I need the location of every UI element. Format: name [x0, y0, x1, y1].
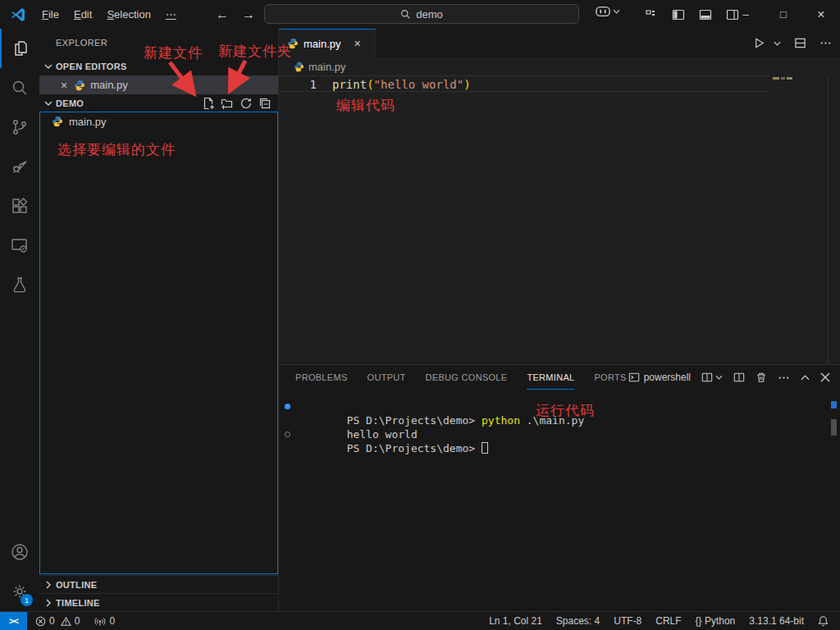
- forward-arrow-icon[interactable]: →: [242, 7, 255, 22]
- chevron-down-icon: [613, 9, 620, 14]
- menu-file[interactable]: File: [34, 6, 66, 23]
- run-button-icon[interactable]: [753, 37, 765, 49]
- search-magnifier-icon: [10, 78, 30, 98]
- close-editor-icon[interactable]: ×: [61, 79, 67, 92]
- timeline-label: TIMELINE: [56, 598, 100, 608]
- tab-problems[interactable]: PROBLEMS: [295, 366, 348, 390]
- activity-search[interactable]: [0, 68, 39, 107]
- tab-debug-console[interactable]: DEBUG CONSOLE: [426, 366, 508, 390]
- indentation[interactable]: Spaces: 4: [556, 615, 600, 627]
- python-interpreter[interactable]: 3.13.1 64-bit: [749, 615, 804, 627]
- terminal-scrollbar[interactable]: [831, 419, 837, 436]
- tab-terminal[interactable]: TERMINAL: [527, 366, 574, 390]
- history-navigation: ← →: [216, 0, 255, 29]
- editor-actions: [753, 29, 832, 57]
- maximize-button[interactable]: □: [765, 0, 802, 29]
- activity-explorer[interactable]: [0, 29, 39, 68]
- code-token-close-paren: ): [463, 78, 470, 91]
- activity-bar: 1: [0, 29, 39, 611]
- problems-status[interactable]: 0 0: [35, 615, 80, 627]
- run-debug-icon: [10, 157, 30, 176]
- activity-source-control[interactable]: [0, 107, 39, 147]
- bell-icon[interactable]: [818, 615, 829, 627]
- code-editor[interactable]: 1print("hello world"): [279, 75, 840, 364]
- command-decoration-icon[interactable]: [285, 404, 290, 409]
- tab-ports[interactable]: PORTS: [594, 366, 626, 390]
- python-icon: [74, 80, 85, 91]
- encoding[interactable]: UTF-8: [614, 615, 641, 627]
- shell-label: powershell: [644, 372, 691, 383]
- split-editor-icon[interactable]: [794, 37, 806, 49]
- menu-edit[interactable]: Edit: [66, 6, 99, 23]
- terminal-instance-tab[interactable]: powershell: [628, 372, 691, 383]
- remote-indicator[interactable]: ><: [0, 612, 27, 630]
- split-terminal-icon[interactable]: [733, 372, 745, 383]
- breadcrumb-file[interactable]: main.py: [308, 61, 346, 73]
- editor-tab-bar: main.py ×: [279, 29, 840, 57]
- tree-item-main-py[interactable]: main.py: [40, 112, 277, 130]
- outline-section-header[interactable]: OUTLINE: [39, 575, 278, 593]
- customize-layout-icon[interactable]: [645, 8, 658, 21]
- window-controls: – □ ×: [727, 0, 840, 29]
- new-folder-icon[interactable]: [221, 97, 234, 110]
- settings-button[interactable]: 1: [0, 572, 39, 611]
- settings-badge: 1: [21, 594, 33, 606]
- minimize-button[interactable]: –: [727, 0, 765, 29]
- more-actions-icon[interactable]: [819, 37, 832, 49]
- chevron-down-icon: [44, 99, 52, 107]
- trash-icon[interactable]: [756, 372, 767, 383]
- open-editor-item-main-py[interactable]: × main.py: [39, 75, 278, 94]
- cursor-position[interactable]: Ln 1, Col 21: [489, 615, 542, 627]
- activity-testing[interactable]: [0, 265, 39, 304]
- copilot-button[interactable]: [596, 6, 620, 17]
- source-control-icon: [10, 117, 30, 137]
- terminal-output[interactable]: PS D:\Projects\demo> python .\main.py he…: [279, 399, 840, 441]
- ports-status[interactable]: 0: [94, 615, 115, 627]
- extensions-icon: [10, 196, 30, 216]
- search-text: demo: [416, 8, 443, 21]
- activity-remote-explorer[interactable]: [0, 226, 39, 265]
- menu-selection[interactable]: Selection: [99, 6, 158, 23]
- layout-controls: [645, 0, 739, 29]
- new-file-icon[interactable]: [202, 97, 215, 110]
- run-dropdown-chevron-icon[interactable]: [774, 41, 781, 46]
- warning-count: 0: [75, 615, 80, 627]
- tab-main-py[interactable]: main.py ×: [279, 29, 376, 57]
- minimap[interactable]: [773, 77, 792, 80]
- open-editors-header[interactable]: OPEN EDITORS: [39, 57, 278, 75]
- chevron-down-icon: [44, 62, 52, 71]
- toggle-panel-icon[interactable]: [699, 8, 712, 21]
- close-tab-icon[interactable]: ×: [354, 37, 361, 50]
- breadcrumb[interactable]: main.py: [279, 57, 840, 75]
- python-icon: [52, 116, 63, 127]
- folder-section-header[interactable]: DEMO: [39, 94, 278, 112]
- menu-more[interactable]: ⋯: [158, 6, 184, 23]
- language-mode[interactable]: {} Python: [696, 615, 736, 627]
- outline-label: OUTLINE: [56, 580, 97, 590]
- refresh-icon[interactable]: [240, 97, 253, 110]
- collapse-all-icon[interactable]: [258, 97, 272, 110]
- terminal-line-output: hello world: [279, 413, 840, 427]
- error-icon: [35, 616, 46, 627]
- tab-output[interactable]: OUTPUT: [368, 366, 406, 390]
- close-window-button[interactable]: ×: [802, 0, 840, 29]
- chevron-right-icon: [44, 581, 52, 589]
- timeline-section-header[interactable]: TIMELINE: [39, 593, 278, 611]
- explorer-sidebar: EXPLORER OPEN EDITORS × main.py DEMO: [39, 29, 279, 611]
- eol-sequence[interactable]: CRLF: [655, 615, 681, 627]
- close-panel-icon[interactable]: [820, 372, 830, 382]
- launch-profile-button[interactable]: [701, 372, 723, 383]
- ports-count: 0: [109, 615, 115, 627]
- command-center-search[interactable]: demo: [264, 4, 579, 24]
- more-actions-icon[interactable]: [778, 372, 790, 384]
- terminal-overview-mark: [831, 401, 837, 409]
- activity-run-debug[interactable]: [0, 147, 39, 186]
- back-arrow-icon[interactable]: ←: [216, 7, 229, 22]
- file-tree: main.py: [39, 112, 278, 574]
- status-bar: >< 0 0 0 Ln 1, Col 21 Spaces: 4 UT: [0, 611, 840, 630]
- activity-extensions[interactable]: [0, 186, 39, 226]
- accounts-button[interactable]: [0, 532, 39, 572]
- toggle-sidebar-icon[interactable]: [672, 8, 685, 21]
- maximize-panel-icon[interactable]: [801, 374, 810, 381]
- python-icon: [294, 62, 304, 72]
